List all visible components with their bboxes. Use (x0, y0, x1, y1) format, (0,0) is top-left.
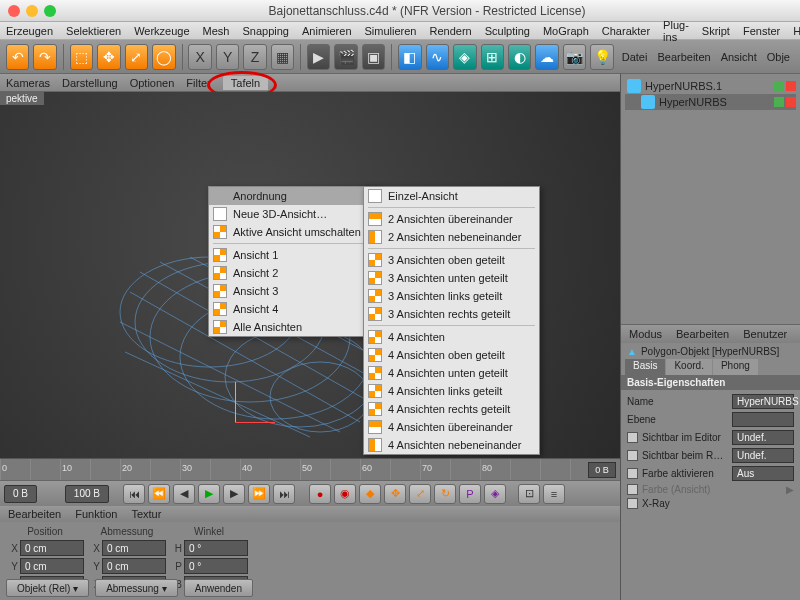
attr-input[interactable]: Undef. (732, 430, 794, 445)
menu-item[interactable]: Alle Ansichten (209, 318, 379, 336)
attr-checkbox[interactable] (627, 468, 638, 479)
record-icon[interactable]: ● (309, 484, 331, 504)
attr-menu-benutzer[interactable]: Benutzer (743, 328, 787, 340)
undo-icon[interactable]: ↶ (6, 44, 29, 70)
menu-item[interactable]: Aktive Ansicht umschalten (209, 223, 379, 241)
mat-tab-bearbeiten[interactable]: Bearbeiten (8, 508, 61, 520)
attr-checkbox[interactable] (627, 450, 638, 461)
env-icon[interactable]: ☁ (535, 44, 558, 70)
coord-dim-button[interactable]: Abmessung ▾ (95, 579, 178, 597)
menu-animieren[interactable]: Animieren (302, 25, 352, 37)
coord-mode-button[interactable]: Objekt (Rel) ▾ (6, 579, 89, 597)
menu-erzeugen[interactable]: Erzeugen (6, 25, 53, 37)
render-pv-icon[interactable]: 🎬 (334, 44, 357, 70)
menu-snapping[interactable]: Snapping (242, 25, 289, 37)
keyframe-sel-icon[interactable]: ◆ (359, 484, 381, 504)
vp-tab-tafeln[interactable]: Tafeln (223, 76, 268, 90)
attr-checkbox[interactable] (627, 498, 638, 509)
menu-hilfe[interactable]: Hilfe (793, 25, 800, 37)
attr-input[interactable]: Undef. (732, 448, 794, 463)
scale-icon[interactable]: ⤢ (125, 44, 148, 70)
goto-start-icon[interactable]: ⏮ (123, 484, 145, 504)
attr-input[interactable] (732, 412, 794, 427)
om-menu-ansicht[interactable]: Ansicht (721, 51, 757, 63)
y-axis-icon[interactable]: Y (216, 44, 239, 70)
menu-item[interactable]: 4 Ansichten unten geteilt (364, 364, 539, 382)
menu-item[interactable]: 2 Ansichten übereinander (364, 210, 539, 228)
coord-sys-icon[interactable]: ▦ (271, 44, 294, 70)
menu-item[interactable]: 3 Ansichten links geteilt (364, 287, 539, 305)
menu-selektieren[interactable]: Selektieren (66, 25, 121, 37)
autokey-icon[interactable]: ◉ (334, 484, 356, 504)
render-view-icon[interactable]: ▶ (307, 44, 330, 70)
coord-apply-button[interactable]: Anwenden (184, 579, 253, 597)
menu-plug-ins[interactable]: Plug-ins (663, 19, 689, 43)
nurbs-icon[interactable]: ◈ (453, 44, 476, 70)
mat-tab-funktion[interactable]: Funktion (75, 508, 117, 520)
move-icon[interactable]: ✥ (97, 44, 120, 70)
attr-input[interactable]: Aus (732, 466, 794, 481)
viewport[interactable]: pektive (0, 92, 620, 458)
start-frame[interactable]: 0 B (4, 485, 37, 503)
next-key-icon[interactable]: ⏩ (248, 484, 270, 504)
object-row[interactable]: HyperNURBS.1 (625, 78, 796, 94)
render-active-icon[interactable]: ▣ (362, 44, 385, 70)
rotate-icon[interactable]: ◯ (152, 44, 175, 70)
menu-charakter[interactable]: Charakter (602, 25, 650, 37)
attr-tab-basis[interactable]: Basis (625, 359, 665, 375)
menu-werkzeuge[interactable]: Werkzeuge (134, 25, 189, 37)
key-pla-icon[interactable]: ◈ (484, 484, 506, 504)
play-icon[interactable]: ▶ (198, 484, 220, 504)
attr-tab-koord[interactable]: Koord. (666, 359, 711, 375)
attr-menu-modus[interactable]: Modus (629, 328, 662, 340)
prev-frame-icon[interactable]: ◀ (173, 484, 195, 504)
attr-checkbox[interactable] (627, 432, 638, 443)
mat-tab-textur[interactable]: Textur (131, 508, 161, 520)
menu-item[interactable]: 4 Ansichten oben geteilt (364, 346, 539, 364)
menu-fenster[interactable]: Fenster (743, 25, 780, 37)
end-frame[interactable]: 100 B (65, 485, 109, 503)
menu-item[interactable]: Ansicht 3 (209, 282, 379, 300)
menu-item[interactable]: 3 Ansichten oben geteilt (364, 251, 539, 269)
coord-input[interactable]: 0 cm (102, 540, 166, 556)
menu-item[interactable]: Ansicht 4 (209, 300, 379, 318)
attr-checkbox[interactable] (627, 484, 638, 495)
menu-item[interactable]: 4 Ansichten links geteilt (364, 382, 539, 400)
om-menu-bearbeiten[interactable]: Bearbeiten (657, 51, 710, 63)
object-manager[interactable]: HyperNURBS.1HyperNURBS (621, 74, 800, 324)
menu-mesh[interactable]: Mesh (203, 25, 230, 37)
minimize-icon[interactable] (26, 5, 38, 17)
menu-item[interactable]: 4 Ansichten übereinander (364, 418, 539, 436)
key-scale-icon[interactable]: ⤢ (409, 484, 431, 504)
camera-icon[interactable]: 📷 (563, 44, 586, 70)
menu-mograph[interactable]: MoGraph (543, 25, 589, 37)
coord-input[interactable]: 0 cm (102, 558, 166, 574)
extra-2-icon[interactable]: ≡ (543, 484, 565, 504)
menu-item[interactable]: 4 Ansichten (364, 328, 539, 346)
coord-input[interactable]: 0 cm (20, 558, 84, 574)
vp-tab-filter[interactable]: Filter (186, 77, 210, 89)
coord-input[interactable]: 0 cm (20, 540, 84, 556)
close-icon[interactable] (8, 5, 20, 17)
menu-item[interactable]: Anordnung▶ (209, 187, 379, 205)
timeline-ruler[interactable]: 01020304050607080 0 B (0, 458, 620, 480)
goto-end-icon[interactable]: ⏭ (273, 484, 295, 504)
cube-icon[interactable]: ◧ (398, 44, 421, 70)
spline-icon[interactable]: ∿ (426, 44, 449, 70)
menu-item[interactable]: 3 Ansichten unten geteilt (364, 269, 539, 287)
menu-item[interactable]: Neue 3D-Ansicht… (209, 205, 379, 223)
vp-tab-optionen[interactable]: Optionen (130, 77, 175, 89)
x-axis-icon[interactable]: X (188, 44, 211, 70)
key-pos-icon[interactable]: ✥ (384, 484, 406, 504)
redo-icon[interactable]: ↷ (33, 44, 56, 70)
key-rot-icon[interactable]: ↻ (434, 484, 456, 504)
zoom-icon[interactable] (44, 5, 56, 17)
menu-item[interactable]: 2 Ansichten nebeneinander (364, 228, 539, 246)
vp-tab-darstellung[interactable]: Darstellung (62, 77, 118, 89)
menu-simulieren[interactable]: Simulieren (365, 25, 417, 37)
attr-input[interactable]: HyperNURBS (732, 394, 794, 409)
z-axis-icon[interactable]: Z (243, 44, 266, 70)
attr-menu-bearbeiten[interactable]: Bearbeiten (676, 328, 729, 340)
menu-item[interactable]: 3 Ansichten rechts geteilt (364, 305, 539, 323)
om-menu-datei[interactable]: Datei (622, 51, 648, 63)
